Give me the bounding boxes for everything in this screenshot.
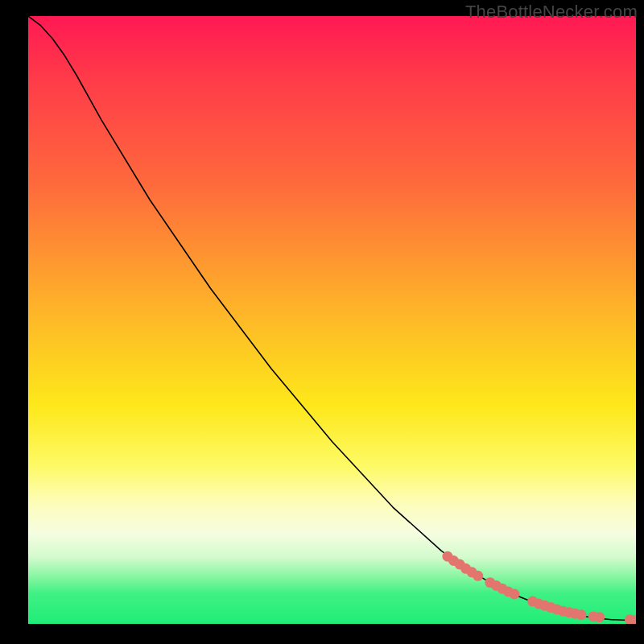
watermark-text: TheBottleNecker.com [465, 2, 638, 23]
chart-overlay [28, 16, 636, 624]
curve-line [28, 16, 636, 620]
data-point [510, 589, 520, 600]
data-point [473, 571, 483, 581]
data-point [594, 612, 605, 622]
scatter-markers [442, 551, 636, 624]
plot-area [28, 16, 636, 624]
data-point [576, 609, 587, 620]
chart-frame: TheBottleNecker.com [0, 0, 644, 644]
